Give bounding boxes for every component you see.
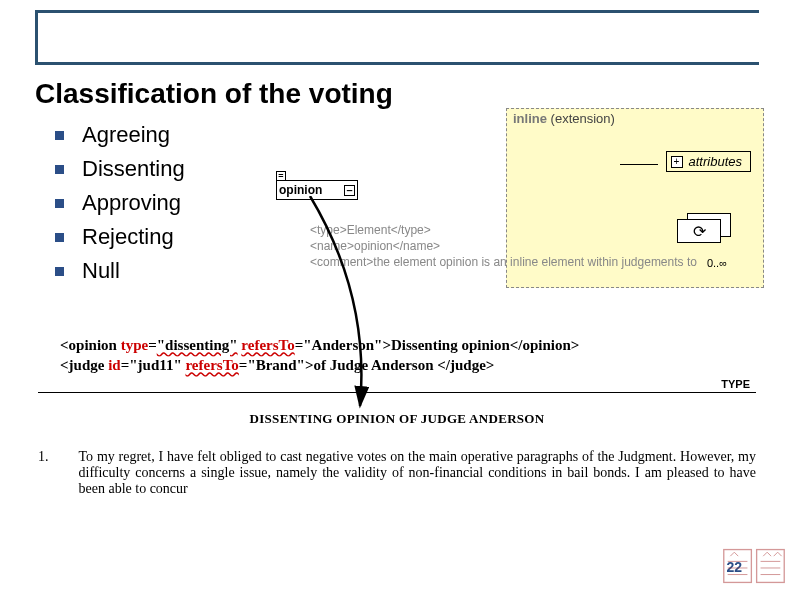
bullet-label: Agreeing: [82, 122, 170, 148]
diagram-header-extension: (extension): [551, 111, 615, 126]
cardinality-label: 0..∞: [707, 257, 727, 269]
meta-line: <name>opinion</name>: [310, 238, 697, 254]
bullet-label: Approving: [82, 190, 181, 216]
element-name: opinion: [279, 183, 322, 197]
tag-close: </judge>: [437, 357, 494, 373]
meta-line: <comment>the element opinion is an inlin…: [310, 254, 697, 270]
bullet-icon: [55, 233, 64, 242]
attr-name: refersTo: [185, 357, 238, 373]
xml-annotation: <type>Element</type> <name>opinion</name…: [310, 222, 697, 271]
bullet-label: Rejecting: [82, 224, 174, 250]
attr-name: refersTo: [241, 337, 294, 353]
annotation-icon: =: [276, 171, 286, 181]
list-item: Approving: [55, 190, 185, 216]
bullet-icon: [55, 165, 64, 174]
tag-open: <judge: [60, 357, 104, 373]
bullet-list: Agreeing Dissenting Approving Rejecting …: [55, 122, 185, 292]
document-excerpt: DISSENTING OPINION OF JUDGE ANDERSON 1. …: [38, 392, 756, 557]
slide: Classification of the voting Agreeing Di…: [0, 0, 794, 595]
list-item: Dissenting: [55, 156, 185, 182]
list-item: Rejecting: [55, 224, 185, 250]
tag-close: </opinion>: [510, 337, 580, 353]
tag-open: <opinion: [60, 337, 117, 353]
bullet-icon: [55, 199, 64, 208]
university-seal-icon: [720, 543, 788, 589]
svg-rect-0: [724, 550, 752, 583]
code-line: <judge id="jud11" refersTo="Brand">of Ju…: [60, 355, 579, 375]
meta-line: <type>Element</type>: [310, 222, 697, 238]
attr-value: "dissenting": [157, 337, 238, 353]
code-sample: <opinion type="dissenting" refersTo="And…: [60, 335, 579, 376]
code-line: <opinion type="dissenting" refersTo="And…: [60, 335, 579, 355]
excerpt-heading: DISSENTING OPINION OF JUDGE ANDERSON: [38, 411, 756, 427]
bullet-label: Dissenting: [82, 156, 185, 182]
attr-name: id: [108, 357, 121, 373]
collapse-icon: –: [344, 185, 355, 196]
element-text: Dissenting opinion: [391, 337, 510, 353]
expand-icon: +: [671, 156, 683, 168]
connector-line: [620, 164, 658, 165]
element-node: = opinion –: [276, 180, 358, 200]
type-hint-label: TYPE: [721, 378, 750, 390]
attr-value: "Brand": [247, 357, 305, 373]
attr-value: "jud11": [129, 357, 182, 373]
attributes-box: + attributes: [666, 151, 751, 172]
border-accent: [35, 10, 759, 65]
element-text: of Judge Anderson: [313, 357, 437, 373]
bullet-label: Null: [82, 258, 120, 284]
list-item: Null: [55, 258, 185, 284]
slide-title: Classification of the voting: [35, 78, 403, 110]
paragraph-text: To my regret, I have felt obliged to cas…: [79, 449, 757, 497]
paragraph-number: 1.: [38, 449, 49, 497]
bullet-icon: [55, 267, 64, 276]
diagram-header-main: inline: [513, 111, 547, 126]
list-item: Agreeing: [55, 122, 185, 148]
diagram-header: inline (extension): [513, 111, 615, 126]
attributes-label: attributes: [689, 154, 742, 169]
attr-name: type: [121, 337, 149, 353]
attr-value: "Anderson": [303, 337, 382, 353]
bullet-icon: [55, 131, 64, 140]
